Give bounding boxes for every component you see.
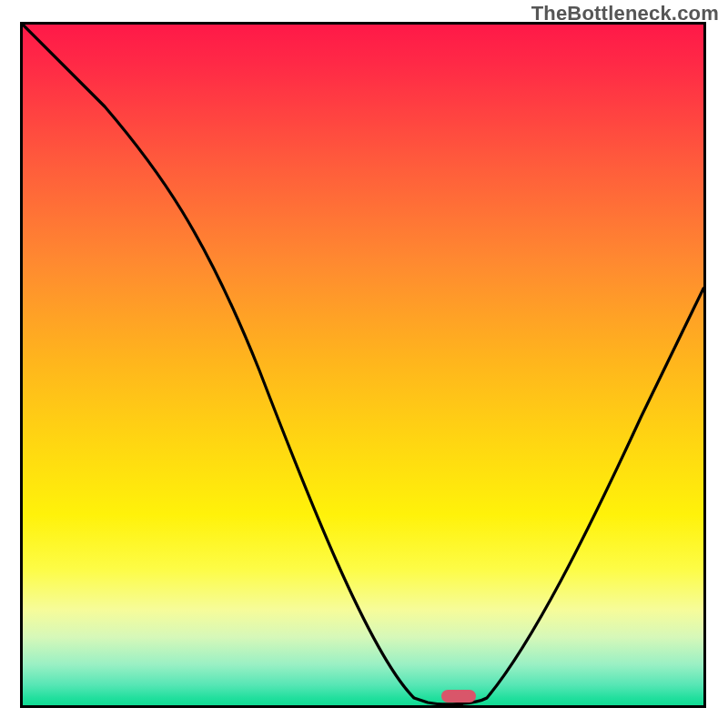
plot-area [20, 22, 706, 708]
bottleneck-curve [23, 25, 703, 705]
chart-frame: TheBottleneck.com [0, 0, 728, 728]
optimal-marker [441, 690, 476, 703]
